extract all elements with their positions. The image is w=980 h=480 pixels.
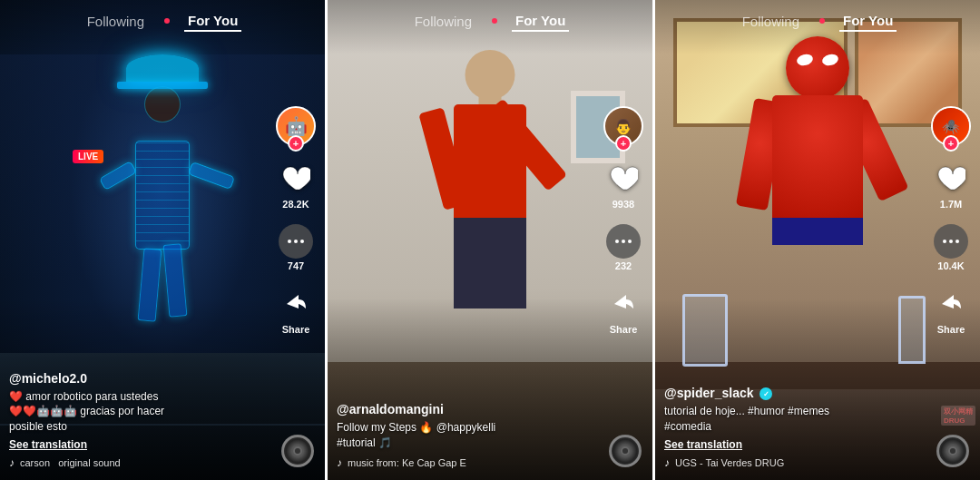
p2-head [466,50,515,100]
sound-disc-2[interactable] [609,435,642,467]
share-icon-3 [933,286,969,322]
sound-row-1: ♪ carson original sound [9,456,270,469]
avatar-wrap-2[interactable]: 👨 + [603,106,643,146]
top-nav-2: Following For You [328,0,652,39]
caption-3: tutorial de hoje... #humor #memes #comed… [664,404,926,435]
comment-icon-3 [934,224,968,259]
comment-button-1[interactable]: 747 [279,224,313,271]
like-count-1: 28.2K [282,199,309,210]
nav-for-you-3[interactable]: For You [839,11,897,32]
verified-badge: ✓ [760,387,772,400]
comment-button-3[interactable]: 10.4K [934,224,968,271]
share-label-3: Share [937,324,965,335]
username-2: @arnaldomangini [337,402,598,416]
nav-dot-3 [819,18,825,24]
caption-line-6: tutorial de hoje... #humor #memes [664,404,926,419]
p2-pants [454,218,526,309]
video-panel-2: Following For You 👨 + 9938 232 [328,0,655,480]
share-icon-2 [605,286,642,322]
caption-2: Follow my Steps 🔥 @happykelli #tutorial … [337,420,598,451]
heart-icon-2 [605,161,642,197]
sp-eyes [797,54,838,65]
share-button-1[interactable]: Share [278,286,314,335]
bottom-info-1: @michelo2.0 ❤️ amor robotico para ustede… [9,371,270,469]
share-label-1: Share [282,324,310,335]
dot-6 [628,240,632,243]
nav-following-2[interactable]: Following [411,12,475,31]
dot-1 [288,240,291,243]
avatar-add-2[interactable]: + [615,135,632,152]
nav-dot-2 [492,18,497,24]
comment-icon-1 [279,224,313,259]
caption-line-4: Follow my Steps 🔥 @happykelli [337,420,598,436]
avatar-wrap-1[interactable]: 🤖 + [276,106,316,146]
sound-text-3: UGS - Tai Verdes DRUG [675,457,784,468]
glass-wine [898,296,926,364]
like-count-2: 9938 [612,199,634,210]
disc-center-1 [293,446,302,456]
dot-4 [615,240,619,243]
nav-dot-1 [164,18,170,24]
neon-arm-right [188,162,235,190]
glass-big [682,294,728,367]
nav-for-you-2[interactable]: For You [512,11,569,32]
heart-icon-3 [933,161,969,197]
bottom-info-2: @arnaldomangini Follow my Steps 🔥 @happy… [337,402,598,469]
nav-for-you-1[interactable]: For You [184,11,241,32]
share-label-2: Share [610,324,638,335]
sound-row-3: ♪ UGS - Tai Verdes DRUG [664,456,926,469]
comment-count-1: 747 [288,260,304,271]
share-button-2[interactable]: Share [605,286,642,335]
sound-disc-3[interactable] [936,435,969,467]
avatar-wrap-3[interactable]: 🕷️ + [931,106,971,146]
sound-text-2: music from: Ke Cap Gap E [348,457,466,468]
top-nav-3: Following For You [655,0,980,39]
video-panel-1: Following For You LIVE 🤖 + 28.2K [0,0,328,480]
disc-center-2 [621,446,630,456]
music-note-1: ♪ [9,456,15,469]
caption-line-7: #comedia [664,419,926,435]
like-button-2[interactable]: 9938 [605,161,642,210]
neon-leg-left [138,248,162,321]
neon-hat [126,54,199,82]
username-1: @michelo2.0 [9,371,270,386]
like-button-1[interactable]: 28.2K [278,161,314,210]
video-panel-3: Following For You 🕷️ + 1.7M 10.4 [655,0,980,480]
caption-line-3: posible esto [9,419,270,435]
sp-body [772,95,863,222]
neon-arm-left [99,161,137,191]
sound-disc-1[interactable] [281,435,314,467]
nav-following-3[interactable]: Following [739,12,803,31]
share-button-3[interactable]: Share [933,286,969,335]
see-translation-1[interactable]: See translation [9,438,270,451]
username-3: @spider_slack ✓ [664,386,926,400]
disc-center-3 [948,446,957,456]
heart-icon-1 [278,161,314,197]
right-actions-2: 👨 + 9938 232 [603,106,643,335]
like-button-3[interactable]: 1.7M [933,161,969,210]
neon-figure [94,54,230,327]
nav-following-1[interactable]: Following [83,12,148,31]
bottom-info-3: @spider_slack ✓ tutorial de hoje... #hum… [664,386,926,469]
caption-line-5: #tutorial 🎵 [337,436,598,451]
p2-body [454,104,526,222]
right-actions-3: 🕷️ + 1.7M 10.4K [931,106,971,335]
dot-8 [949,240,953,243]
caption-line-2: ❤️❤️🤖🤖🤖 gracias por hacer [9,404,270,419]
neon-torso [135,141,190,250]
dot-7 [943,240,946,243]
avatar-add-1[interactable]: + [288,135,304,152]
dot-3 [300,240,304,243]
right-actions-1: 🤖 + 28.2K 747 [276,106,316,335]
avatar-add-3[interactable]: + [943,135,959,152]
dot-9 [956,240,959,243]
like-count-3: 1.7M [940,199,962,210]
see-translation-3[interactable]: See translation [664,438,926,451]
live-badge: LIVE [73,150,103,163]
dot-2 [294,240,298,243]
comment-icon-2 [606,224,641,259]
share-icon-1 [278,286,314,322]
comment-button-2[interactable]: 232 [606,224,641,271]
neon-lines [136,142,189,249]
sp-head [786,36,849,100]
